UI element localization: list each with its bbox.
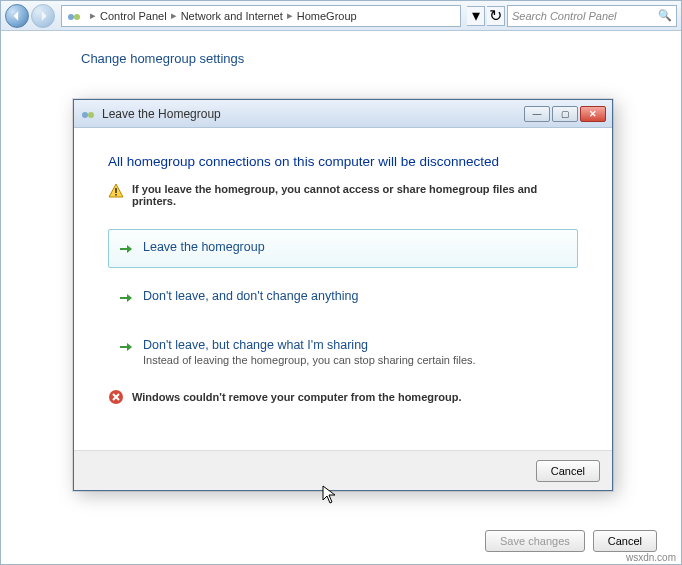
svg-point-0 [68, 14, 74, 20]
dialog-cancel-button[interactable]: Cancel [536, 460, 600, 482]
option-dont-leave-nochange[interactable]: Don't leave, and don't change anything [108, 278, 578, 317]
dialog-titlebar[interactable]: Leave the Homegroup — ▢ ✕ [74, 100, 612, 128]
arrow-right-icon [117, 241, 133, 257]
arrow-right-icon [117, 290, 133, 306]
error-text: Windows couldn't remove your computer fr… [132, 391, 461, 403]
arrow-right-icon [117, 339, 133, 355]
error-row: Windows couldn't remove your computer fr… [108, 389, 578, 405]
dialog-body: All homegroup connections on this comput… [74, 128, 612, 405]
svg-point-5 [88, 112, 94, 118]
search-icon: 🔍 [658, 9, 672, 22]
homegroup-icon [66, 8, 82, 24]
page-title: Change homegroup settings [81, 51, 661, 66]
dialog-title: Leave the Homegroup [102, 107, 221, 121]
control-panel-footer: Save changes Cancel [485, 530, 657, 552]
attribution-text: wsxdn.com [626, 552, 676, 563]
option-label: Don't leave, and don't change anything [143, 289, 358, 303]
explorer-toolbar: ▸ Control Panel ▸ Network and Internet ▸… [1, 1, 681, 31]
maximize-button[interactable]: ▢ [552, 106, 578, 122]
refresh-button[interactable]: ↻ [487, 6, 505, 26]
svg-rect-6 [115, 188, 117, 193]
dialog-heading: All homegroup connections on this comput… [108, 154, 578, 169]
close-button[interactable]: ✕ [580, 106, 606, 122]
crumb-network[interactable]: Network and Internet [181, 10, 283, 22]
svg-rect-7 [115, 194, 117, 196]
arrow-right-icon [37, 10, 49, 22]
arrow-left-icon [11, 10, 23, 22]
homegroup-small-icon [80, 106, 96, 122]
search-placeholder: Search Control Panel [512, 10, 617, 22]
warning-text: If you leave the homegroup, you cannot a… [132, 183, 578, 207]
error-icon [108, 389, 124, 405]
crumb-homegroup[interactable]: HomeGroup [297, 10, 357, 22]
option-subtext: Instead of leaving the homegroup, you ca… [143, 354, 476, 366]
option-label: Don't leave, but change what I'm sharing [143, 338, 476, 352]
forward-button[interactable] [31, 4, 55, 28]
option-leave-homegroup[interactable]: Leave the homegroup [108, 229, 578, 268]
leave-homegroup-dialog: Leave the Homegroup — ▢ ✕ All homegroup … [73, 99, 613, 491]
address-dropdown-button[interactable]: ▾ [467, 6, 485, 26]
dialog-footer: Cancel [74, 450, 612, 490]
minimize-button[interactable]: — [524, 106, 550, 122]
warning-row: If you leave the homegroup, you cannot a… [108, 183, 578, 207]
option-label: Leave the homegroup [143, 240, 265, 254]
option-dont-leave-change-sharing[interactable]: Don't leave, but change what I'm sharing… [108, 327, 578, 377]
save-changes-button[interactable]: Save changes [485, 530, 585, 552]
search-input[interactable]: Search Control Panel 🔍 [507, 5, 677, 27]
warning-icon [108, 183, 124, 199]
crumb-control-panel[interactable]: Control Panel [100, 10, 167, 22]
address-bar[interactable]: ▸ Control Panel ▸ Network and Internet ▸… [61, 5, 461, 27]
bg-cancel-button[interactable]: Cancel [593, 530, 657, 552]
svg-point-4 [82, 112, 88, 118]
svg-point-1 [74, 14, 80, 20]
back-button[interactable] [5, 4, 29, 28]
mouse-cursor-icon [322, 485, 338, 505]
